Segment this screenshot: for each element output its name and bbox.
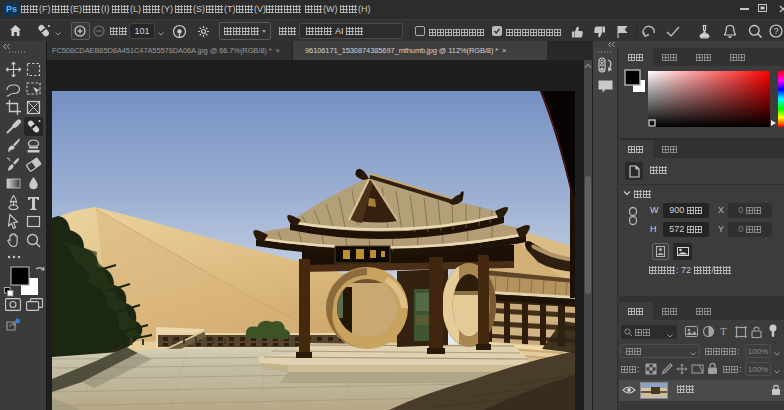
svg-text:?: ? [774, 26, 779, 36]
